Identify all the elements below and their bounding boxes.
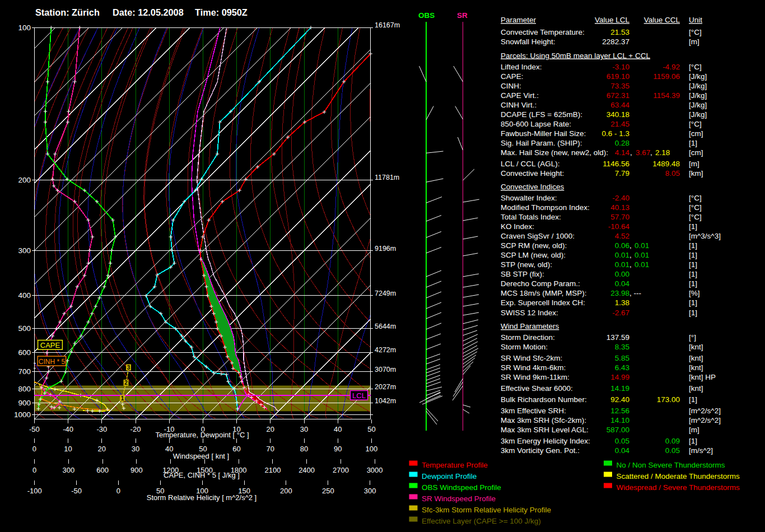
svg-text:12.56: 12.56 <box>610 407 629 415</box>
svg-text:Exp. Supercell Index CH:: Exp. Supercell Index CH: <box>501 298 585 307</box>
svg-text:2282.37: 2282.37 <box>602 38 629 46</box>
svg-text:[°C]: [°C] <box>689 213 702 221</box>
svg-text:7249m: 7249m <box>375 290 396 297</box>
svg-text:3km Energy Helicity Index:: 3km Energy Helicity Index: <box>501 437 590 445</box>
svg-text:OBS: OBS <box>418 11 435 20</box>
svg-text:Dewpoint Profile: Dewpoint Profile <box>422 472 477 480</box>
svg-text:9196m: 9196m <box>375 245 396 253</box>
svg-text:SR Wind Sfc-2km:: SR Wind Sfc-2km: <box>501 354 562 362</box>
svg-text:3070m: 3070m <box>375 366 396 374</box>
svg-text:587.00: 587.00 <box>607 426 629 434</box>
svg-text:-50: -50 <box>71 487 82 495</box>
svg-text:-40: -40 <box>63 425 73 433</box>
svg-text:[%]: [%] <box>689 289 700 297</box>
svg-text:[J/kg]: [J/kg] <box>689 110 707 119</box>
svg-text:-2.67: -2.67 <box>612 309 629 317</box>
svg-text:Convective Temperature:: Convective Temperature: <box>501 28 585 36</box>
svg-text:[°C]: [°C] <box>689 203 702 212</box>
svg-text:200: 200 <box>18 176 31 184</box>
svg-text:Fawbush-Miller Hail Size:: Fawbush-Miller Hail Size: <box>501 129 586 138</box>
svg-text:KO Index:: KO Index: <box>501 222 534 231</box>
svg-text:600: 600 <box>18 348 31 357</box>
svg-text:300: 300 <box>63 466 75 474</box>
svg-text:Showalter Index:: Showalter Index: <box>501 194 557 202</box>
svg-text:90: 90 <box>334 445 342 453</box>
svg-text:Lifted Index:: Lifted Index: <box>501 63 542 71</box>
svg-text:[J/kg]: [J/kg] <box>689 101 707 109</box>
svg-text:Parameter: Parameter <box>501 16 537 24</box>
svg-text:5.85: 5.85 <box>615 354 629 362</box>
svg-text:-30: -30 <box>96 425 107 433</box>
svg-text:-50: -50 <box>29 425 40 433</box>
svg-text:40: 40 <box>165 445 173 453</box>
svg-text:SWISS 12 Index:: SWISS 12 Index: <box>501 309 558 317</box>
svg-text:[knt]: [knt] <box>689 363 703 372</box>
svg-text:[m^3/s^3]: [m^3/s^3] <box>689 232 721 240</box>
svg-text:[cm]: [cm] <box>689 129 703 138</box>
svg-text:CAPE Virt.:: CAPE Virt.: <box>501 91 539 100</box>
svg-text:21.53: 21.53 <box>610 28 629 36</box>
svg-text:[m]: [m] <box>689 160 699 168</box>
svg-text:700: 700 <box>18 367 31 376</box>
svg-text:SR Windspeed Profile: SR Windspeed Profile <box>422 494 496 503</box>
svg-text:Wind Parameters: Wind Parameters <box>501 322 559 330</box>
svg-text:-20: -20 <box>130 425 141 433</box>
svg-text:[m^2/s^2]: [m^2/s^2] <box>689 416 721 424</box>
svg-text:0.09: 0.09 <box>665 437 680 445</box>
svg-text:2: 2 <box>124 380 128 386</box>
svg-text:CINH * 5: CINH * 5 <box>39 358 66 366</box>
svg-text:Temperature Profile: Temperature Profile <box>422 461 488 469</box>
svg-text:6.43: 6.43 <box>615 363 629 372</box>
svg-text:0.05: 0.05 <box>615 437 629 445</box>
svg-text:0.01: 0.01 <box>615 251 629 259</box>
svg-text:0.00: 0.00 <box>615 270 629 278</box>
svg-text:10: 10 <box>64 445 72 453</box>
svg-text:2.18: 2.18 <box>655 148 670 157</box>
svg-text:20: 20 <box>267 425 274 433</box>
svg-text:500: 500 <box>18 324 31 333</box>
svg-text:DCAPE (LFS = 625mB):: DCAPE (LFS = 625mB): <box>501 110 582 119</box>
svg-text:Value CCL: Value CCL <box>644 16 680 24</box>
svg-text:1: 1 <box>121 395 124 402</box>
svg-text:-3.10: -3.10 <box>612 63 629 71</box>
svg-text:[1]: [1] <box>689 139 697 147</box>
svg-text:[1]: [1] <box>689 279 697 288</box>
svg-text:30: 30 <box>132 445 139 453</box>
svg-text:Storm Relative Helicity [ m^2: Storm Relative Helicity [ m^2/s^2 ] <box>147 493 256 502</box>
svg-text:16167m: 16167m <box>375 21 400 29</box>
svg-text:-2.40: -2.40 <box>612 194 629 202</box>
svg-text:STP (new, old):: STP (new, old): <box>501 260 552 269</box>
svg-text:Value LCL: Value LCL <box>595 16 630 24</box>
svg-text:[1]: [1] <box>689 241 697 250</box>
svg-text:SR Wind 4km-6km:: SR Wind 4km-6km: <box>501 363 566 372</box>
svg-text:-4.92: -4.92 <box>663 63 680 71</box>
svg-text:92.40: 92.40 <box>610 395 629 404</box>
svg-text:73.35: 73.35 <box>610 82 629 90</box>
svg-text:-10.64: -10.64 <box>608 222 630 231</box>
svg-text:SCP LM (new, old):: SCP LM (new, old): <box>501 251 566 259</box>
svg-text:,: , <box>629 241 632 250</box>
svg-text:Sfc-3km Storm Relative Helicit: Sfc-3km Storm Relative Helicity Profile <box>422 506 551 514</box>
svg-text:7.79: 7.79 <box>615 169 629 178</box>
svg-text:200: 200 <box>280 487 292 495</box>
svg-text:14.10: 14.10 <box>610 416 629 424</box>
svg-text:No / Non Severe Thunderstorms: No / Non Severe Thunderstorms <box>617 461 725 469</box>
svg-text:[°C]: [°C] <box>689 28 702 36</box>
svg-text:0.01: 0.01 <box>635 241 649 250</box>
svg-text:[km]: [km] <box>689 169 703 178</box>
svg-text:[1]: [1] <box>689 270 697 278</box>
svg-text:5644m: 5644m <box>375 323 396 330</box>
svg-text:137.59: 137.59 <box>607 333 629 342</box>
svg-text:[cm]: [cm] <box>689 148 703 157</box>
svg-text:[1]: [1] <box>689 437 697 445</box>
svg-text:2400: 2400 <box>298 466 315 474</box>
svg-text:2700: 2700 <box>333 466 349 474</box>
svg-text:Unit: Unit <box>689 16 702 24</box>
svg-text:0.04: 0.04 <box>615 446 630 455</box>
svg-text:70: 70 <box>267 445 274 453</box>
svg-text:1.38: 1.38 <box>615 298 629 307</box>
svg-text:40: 40 <box>334 425 342 433</box>
svg-text:672.31: 672.31 <box>607 91 629 100</box>
svg-text:0.28: 0.28 <box>615 139 629 147</box>
svg-text:,: , <box>629 260 632 269</box>
